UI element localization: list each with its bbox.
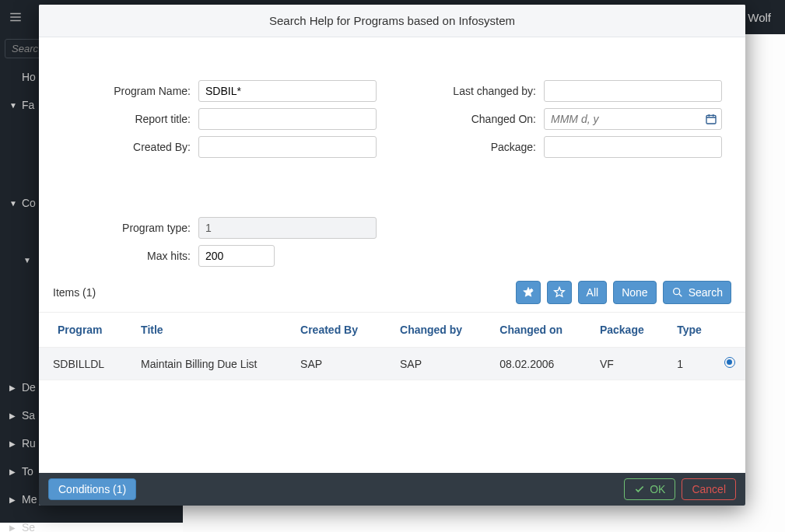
search-help-dialog: Search Help for Programs based on Infosy… [39,5,745,506]
cell-program: SDBILLDL [39,348,131,380]
input-program-name[interactable] [198,80,377,102]
cell-changed-by: SAP [391,348,490,380]
sidebar-item[interactable]: ▶Se [0,513,183,532]
input-created-by[interactable] [198,136,377,158]
table-header-row: Program Title Created By Changed by Chan… [39,313,745,348]
label-package: Package: [408,141,544,153]
favorite-button[interactable] [547,281,572,304]
label-changed-on: Changed On: [408,113,544,125]
label-program-type: Program type: [62,222,198,234]
col-package[interactable]: Package [591,313,668,348]
input-max-hits[interactable] [198,245,275,267]
cell-changed-on: 08.02.2006 [490,348,591,380]
label-report-title: Report title: [62,113,198,125]
col-changed-on[interactable]: Changed on [490,313,591,348]
cell-title: Maintain Billing Due List [131,348,291,380]
ok-button[interactable]: OK [624,478,675,500]
input-program-type [198,217,377,239]
col-type[interactable]: Type [668,313,714,348]
label-created-by: Created By: [62,141,198,153]
row-radio[interactable] [724,357,735,368]
search-form: Program Name: Report title: Created By: … [39,37,745,273]
conditions-button[interactable]: Conditions (1) [48,478,136,500]
cell-type: 1 [668,348,714,380]
col-changed-by[interactable]: Changed by [391,313,490,348]
dialog-footer: Conditions (1) OK Cancel [39,473,745,506]
dialog-title: Search Help for Programs based on Infosy… [39,5,745,37]
svg-point-1 [673,289,679,295]
search-button[interactable]: Search [663,281,731,304]
hamburger-icon[interactable] [0,0,31,34]
label-last-changed-by: Last changed by: [408,85,544,97]
cell-package: VF [591,348,668,380]
items-count: Items (1) [53,286,96,299]
label-max-hits: Max hits: [62,250,198,262]
favorite-add-button[interactable] [516,281,541,304]
table-row[interactable]: SDBILLDL Maintain Billing Due List SAP S… [39,348,745,380]
input-report-title[interactable] [198,108,377,130]
col-title[interactable]: Title [131,313,291,348]
cancel-button[interactable]: Cancel [682,478,736,500]
select-all-button[interactable]: All [578,281,608,304]
select-none-button[interactable]: None [613,281,656,304]
input-changed-on[interactable] [544,108,722,130]
input-package[interactable] [544,136,722,158]
svg-rect-0 [706,115,716,124]
cell-created-by: SAP [291,348,391,380]
col-created-by[interactable]: Created By [291,313,391,348]
input-last-changed-by[interactable] [544,80,722,102]
col-program[interactable]: Program [39,313,131,348]
calendar-icon[interactable] [705,113,717,125]
results-table: Program Title Created By Changed by Chan… [39,313,745,380]
label-program-name: Program Name: [62,85,198,97]
